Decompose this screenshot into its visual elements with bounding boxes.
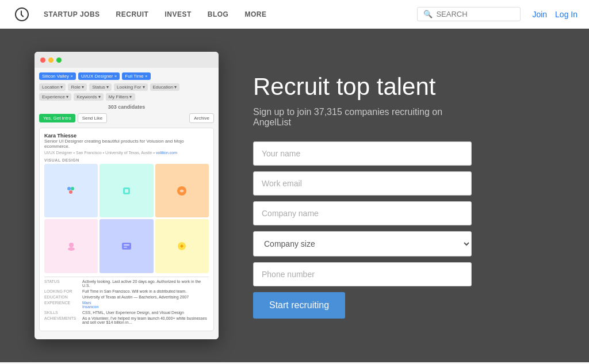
search-input[interactable] bbox=[436, 10, 514, 18]
grid-cell-4 bbox=[44, 219, 98, 273]
logo[interactable] bbox=[12, 4, 32, 25]
company-size-select[interactable]: Company size 1-10 11-50 51-200 201-500 5… bbox=[253, 231, 472, 256]
detail-achievements: ACHIEVEMENTS As a Volunteer, I've helped… bbox=[44, 316, 209, 324]
start-recruiting-button[interactable]: Start recruiting bbox=[253, 292, 345, 319]
candidate-meta: UI/UX Designer • San Francisco • Univers… bbox=[44, 151, 209, 155]
action-bar: Yes, Get Intro Send Like Archive bbox=[39, 113, 214, 123]
name-input[interactable] bbox=[253, 141, 472, 166]
mock-browser: Silicon Valley × UI/UX Designer × Full T… bbox=[35, 52, 219, 339]
get-intro-btn: Yes, Get Intro bbox=[39, 114, 75, 122]
detail-education: EDUCATION University of Texas at Austin … bbox=[44, 295, 209, 299]
svg-point-7 bbox=[68, 247, 75, 251]
svg-rect-10 bbox=[124, 247, 127, 248]
filter-role: Role ▾ bbox=[68, 83, 87, 91]
nav-recruit[interactable]: RECRUIT bbox=[116, 10, 149, 18]
browser-dot-red bbox=[40, 58, 45, 63]
svg-rect-9 bbox=[124, 244, 129, 246]
company-input[interactable] bbox=[253, 201, 472, 225]
filter-tag-2: UI/UX Designer × bbox=[78, 72, 120, 80]
detail-status: STATUS Actively looking. Last active 20 … bbox=[44, 279, 209, 288]
detail-looking-for: LOOKING FOR Full Time in San Francisco. … bbox=[44, 289, 209, 293]
filter-education: Education ▾ bbox=[150, 83, 180, 91]
candidate-details: STATUS Actively looking. Last active 20 … bbox=[44, 277, 209, 324]
filter-tag-1: Silicon Valley × bbox=[39, 72, 76, 80]
browser-dot-green bbox=[56, 58, 62, 63]
email-input[interactable] bbox=[253, 171, 472, 196]
svg-point-0 bbox=[67, 187, 71, 190]
phone-input[interactable] bbox=[253, 262, 472, 286]
svg-point-2 bbox=[69, 190, 72, 194]
candidate-title: Senior UI Designer creating beautiful pr… bbox=[44, 139, 209, 149]
grid-cell-5 bbox=[100, 219, 153, 273]
recruit-form: Company size 1-10 11-50 51-200 201-500 5… bbox=[253, 141, 472, 319]
candidate-link: volition.com bbox=[156, 151, 177, 155]
join-link[interactable]: Join bbox=[532, 10, 547, 19]
nav-startup-jobs[interactable]: STARTUP JOBS bbox=[44, 10, 100, 18]
filter-keywords: Keywords ▾ bbox=[74, 93, 103, 101]
nav-more[interactable]: MORE bbox=[244, 10, 266, 18]
filter-tag-3: Full Time × bbox=[122, 72, 150, 80]
visual-design-label: VISUAL DESIGN bbox=[44, 158, 209, 162]
svg-point-1 bbox=[71, 187, 74, 190]
archive-btn: Archive bbox=[189, 113, 214, 123]
candidate-location: San Francisco bbox=[76, 151, 102, 155]
browser-bar bbox=[35, 52, 219, 68]
search-bar[interactable]: 🔍 bbox=[417, 7, 521, 21]
filter-bar: Silicon Valley × UI/UX Designer × Full T… bbox=[39, 72, 214, 80]
nav-blog[interactable]: BLOG bbox=[208, 10, 229, 18]
candidate-role: UI/UX Designer bbox=[44, 151, 72, 155]
navbar: STARTUP JOBS RECRUIT INVEST BLOG MORE 🔍 … bbox=[0, 0, 589, 29]
browser-dot-yellow bbox=[48, 58, 53, 63]
candidate-card: Kara Thiesse Senior UI Designer creating… bbox=[39, 128, 214, 331]
svg-rect-4 bbox=[125, 189, 128, 193]
filter-location: Location ▾ bbox=[39, 83, 66, 91]
visual-design-grid bbox=[44, 164, 209, 273]
browser-content: Silicon Valley × UI/UX Designer × Full T… bbox=[35, 68, 219, 339]
login-link[interactable]: Log In bbox=[555, 10, 577, 19]
filter-status: Status ▾ bbox=[89, 83, 112, 91]
grid-cell-6 bbox=[155, 219, 209, 273]
send-like-btn: Send Like bbox=[78, 113, 108, 123]
filter-experience: Experience ▾ bbox=[39, 93, 71, 101]
hero-section: Silicon Valley × UI/UX Designer × Full T… bbox=[0, 29, 589, 362]
nav-invest[interactable]: INVEST bbox=[165, 10, 191, 18]
candidate-name: Kara Thiesse bbox=[44, 133, 209, 139]
search-icon: 🔍 bbox=[423, 10, 433, 18]
detail-experience: EXPERIENCE MarsInsancon bbox=[44, 301, 209, 309]
auth-links: Join Log In bbox=[532, 10, 577, 19]
filter-options-bar: Location ▾ Role ▾ Status ▾ Looking For ▾… bbox=[39, 83, 214, 101]
grid-cell-3 bbox=[155, 164, 209, 217]
nav-links: STARTUP JOBS RECRUIT INVEST BLOG MORE bbox=[44, 10, 417, 18]
filter-myfilters: My Filters ▾ bbox=[106, 93, 135, 101]
candidates-count: 303 candidates bbox=[39, 104, 214, 110]
filter-looking-for: Looking For ▾ bbox=[114, 83, 147, 91]
grid-cell-1 bbox=[44, 164, 98, 217]
grid-cell-2 bbox=[100, 164, 153, 217]
candidate-edu: University of Texas, Austin bbox=[105, 151, 152, 155]
hero-title: Recruit top talent bbox=[253, 72, 472, 101]
detail-skills: SKILLS CSS, HTML, User Experience Design… bbox=[44, 311, 209, 315]
svg-rect-8 bbox=[122, 243, 131, 250]
hero-subtitle: Sign up to join 37,315 companies recruit… bbox=[253, 107, 472, 128]
hero-form-area: Recruit top talent Sign up to join 37,31… bbox=[253, 72, 472, 319]
svg-point-6 bbox=[69, 243, 74, 247]
